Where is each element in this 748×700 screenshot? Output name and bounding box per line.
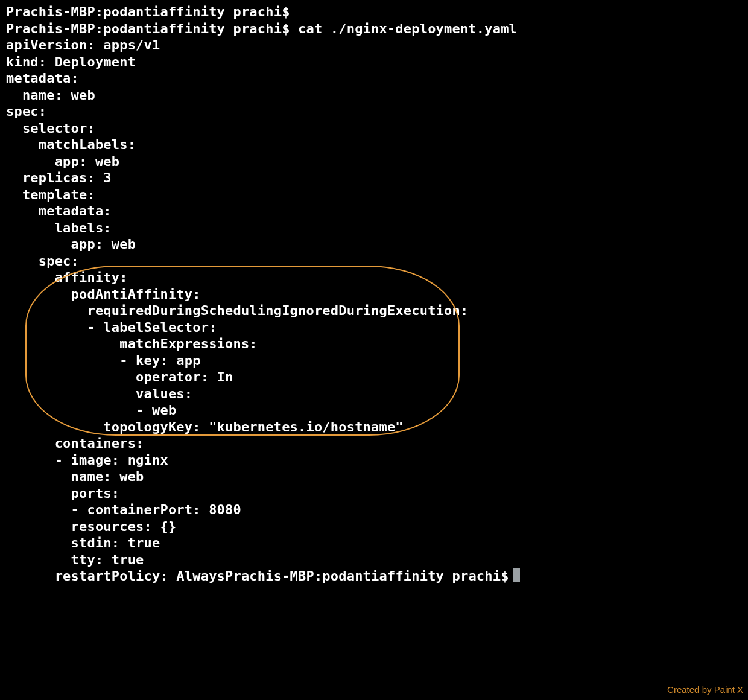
yaml-line: - labelSelector: <box>6 319 742 336</box>
prompt-line: Prachis-MBP:podantiaffinity prachi$ <box>6 4 742 21</box>
yaml-line-with-prompt: restartPolicy: AlwaysPrachis-MBP:podanti… <box>6 568 742 585</box>
yaml-line: matchLabels: <box>6 136 742 153</box>
yaml-line: resources: {} <box>6 518 742 535</box>
yaml-line: stdin: true <box>6 535 742 552</box>
yaml-line: requiredDuringSchedulingIgnoredDuringExe… <box>6 302 742 319</box>
yaml-line: matchExpressions: <box>6 336 742 352</box>
yaml-line: topologyKey: "kubernetes.io/hostname" <box>6 419 742 436</box>
terminal-window[interactable]: Prachis-MBP:podantiaffinity prachi$ Prac… <box>0 0 748 700</box>
yaml-line: - containerPort: 8080 <box>6 501 742 518</box>
prompt-line-command: Prachis-MBP:podantiaffinity prachi$ cat … <box>6 21 742 37</box>
yaml-line: apiVersion: apps/v1 <box>6 37 742 54</box>
yaml-line: podAntiAffinity: <box>6 286 742 303</box>
yaml-line: - key: app <box>6 352 742 369</box>
watermark-label: Created by Paint X <box>667 681 743 698</box>
yaml-line: - image: nginx <box>6 452 742 469</box>
yaml-line: operator: In <box>6 369 742 386</box>
terminal-cursor-icon <box>513 568 520 582</box>
yaml-line: containers: <box>6 435 742 452</box>
yaml-line: tty: true <box>6 552 742 568</box>
yaml-restart-policy: restartPolicy: Always <box>6 568 225 584</box>
yaml-line: values: <box>6 386 742 402</box>
yaml-line: metadata: <box>6 70 742 87</box>
yaml-line: labels: <box>6 220 742 237</box>
yaml-line: name: web <box>6 468 742 485</box>
yaml-line: selector: <box>6 120 742 137</box>
yaml-line: app: web <box>6 153 742 170</box>
yaml-line: app: web <box>6 236 742 253</box>
yaml-line: spec: <box>6 103 742 120</box>
yaml-line: kind: Deployment <box>6 54 742 71</box>
yaml-line: affinity: <box>6 269 742 286</box>
yaml-line: template: <box>6 186 742 203</box>
prompt-inline: Prachis-MBP:podantiaffinity prachi$ <box>225 568 509 584</box>
yaml-line: spec: <box>6 253 742 270</box>
yaml-line: name: web <box>6 87 742 104</box>
yaml-line: metadata: <box>6 203 742 220</box>
yaml-line: - web <box>6 402 742 419</box>
yaml-line: replicas: 3 <box>6 170 742 186</box>
yaml-line: ports: <box>6 485 742 502</box>
